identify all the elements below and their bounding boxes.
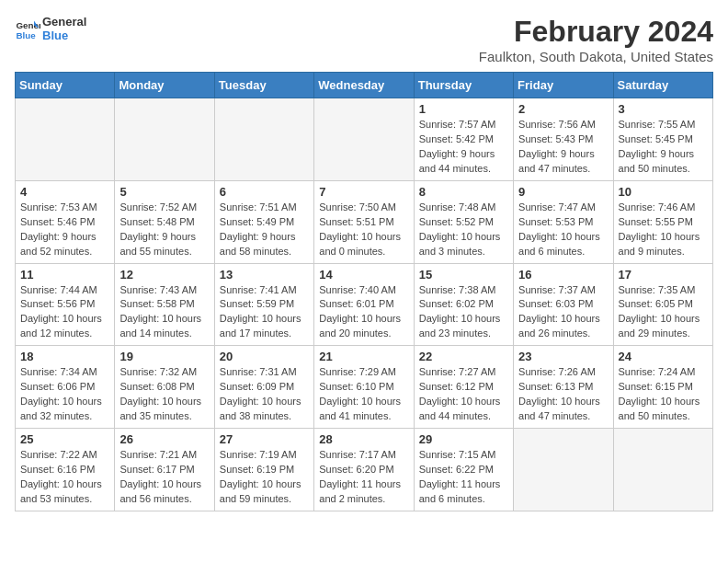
location: Faulkton, South Dakota, United States — [479, 49, 713, 64]
day-header-thursday: Thursday — [414, 73, 513, 98]
day-header-monday: Monday — [115, 73, 214, 98]
calendar-cell: 6Sunrise: 7:51 AMSunset: 5:49 PMDaylight… — [214, 180, 313, 263]
calendar-cell: 5Sunrise: 7:52 AMSunset: 5:48 PMDaylight… — [115, 180, 214, 263]
calendar-cell: 7Sunrise: 7:50 AMSunset: 5:51 PMDaylight… — [314, 180, 414, 263]
week-row-2: 4Sunrise: 7:53 AMSunset: 5:46 PMDaylight… — [16, 180, 713, 263]
day-number: 9 — [518, 185, 608, 199]
day-number: 6 — [220, 185, 309, 199]
day-number: 29 — [419, 432, 508, 446]
day-info: Sunrise: 7:43 AMSunset: 5:58 PMDaylight:… — [119, 283, 209, 342]
day-number: 21 — [319, 350, 408, 363]
calendar-cell: 10Sunrise: 7:46 AMSunset: 5:55 PMDayligh… — [613, 180, 712, 263]
calendar-cell: 11Sunrise: 7:44 AMSunset: 5:56 PMDayligh… — [16, 263, 115, 346]
week-row-5: 25Sunrise: 7:22 AMSunset: 6:16 PMDayligh… — [16, 429, 713, 511]
calendar-cell: 28Sunrise: 7:17 AMSunset: 6:20 PMDayligh… — [314, 429, 414, 511]
calendar-cell: 3Sunrise: 7:55 AMSunset: 5:45 PMDaylight… — [613, 98, 712, 181]
day-number: 7 — [319, 185, 408, 199]
calendar-cell — [314, 98, 414, 181]
day-number: 14 — [319, 268, 408, 282]
week-row-4: 18Sunrise: 7:34 AMSunset: 6:06 PMDayligh… — [16, 346, 713, 429]
calendar-cell: 22Sunrise: 7:27 AMSunset: 6:12 PMDayligh… — [414, 346, 513, 429]
day-number: 11 — [20, 268, 109, 282]
logo-icon: General Blue — [15, 16, 40, 41]
calendar-cell: 18Sunrise: 7:34 AMSunset: 6:06 PMDayligh… — [16, 346, 115, 429]
day-header-wednesday: Wednesday — [314, 73, 414, 98]
calendar-cell — [16, 98, 115, 181]
calendar-cell — [613, 429, 712, 511]
calendar-cell: 29Sunrise: 7:15 AMSunset: 6:22 PMDayligh… — [414, 429, 513, 511]
month-year: February 2024 — [479, 15, 713, 49]
day-number: 22 — [419, 350, 508, 363]
day-info: Sunrise: 7:24 AMSunset: 6:15 PMDaylight:… — [619, 365, 708, 424]
calendar-cell: 1Sunrise: 7:57 AMSunset: 5:42 PMDaylight… — [414, 98, 513, 181]
week-row-1: 1Sunrise: 7:57 AMSunset: 5:42 PMDaylight… — [16, 98, 713, 181]
day-number: 25 — [20, 432, 109, 446]
week-row-3: 11Sunrise: 7:44 AMSunset: 5:56 PMDayligh… — [16, 263, 713, 346]
day-info: Sunrise: 7:57 AMSunset: 5:42 PMDaylight:… — [419, 118, 508, 177]
day-info: Sunrise: 7:47 AMSunset: 5:53 PMDaylight:… — [518, 201, 608, 259]
day-number: 1 — [419, 102, 508, 116]
day-info: Sunrise: 7:51 AMSunset: 5:49 PMDaylight:… — [220, 201, 309, 259]
day-number: 5 — [119, 185, 209, 199]
day-header-tuesday: Tuesday — [214, 73, 313, 98]
day-info: Sunrise: 7:53 AMSunset: 5:46 PMDaylight:… — [20, 201, 109, 259]
day-info: Sunrise: 7:50 AMSunset: 5:51 PMDaylight:… — [319, 201, 408, 259]
calendar-cell — [514, 429, 613, 511]
calendar-header-row: SundayMondayTuesdayWednesdayThursdayFrid… — [16, 73, 713, 98]
day-info: Sunrise: 7:44 AMSunset: 5:56 PMDaylight:… — [20, 283, 109, 342]
calendar-cell: 14Sunrise: 7:40 AMSunset: 6:01 PMDayligh… — [314, 263, 414, 346]
day-info: Sunrise: 7:17 AMSunset: 6:20 PMDaylight:… — [319, 448, 408, 507]
calendar-table: SundayMondayTuesdayWednesdayThursdayFrid… — [15, 72, 713, 511]
svg-text:Blue: Blue — [16, 30, 36, 40]
day-info: Sunrise: 7:31 AMSunset: 6:09 PMDaylight:… — [220, 365, 309, 424]
calendar-cell: 8Sunrise: 7:48 AMSunset: 5:52 PMDaylight… — [414, 180, 513, 263]
day-number: 13 — [220, 268, 309, 282]
calendar-cell: 4Sunrise: 7:53 AMSunset: 5:46 PMDaylight… — [16, 180, 115, 263]
day-info: Sunrise: 7:26 AMSunset: 6:13 PMDaylight:… — [518, 365, 608, 424]
day-info: Sunrise: 7:38 AMSunset: 6:02 PMDaylight:… — [419, 283, 508, 342]
day-info: Sunrise: 7:21 AMSunset: 6:17 PMDaylight:… — [119, 448, 209, 507]
day-info: Sunrise: 7:37 AMSunset: 6:03 PMDaylight:… — [518, 283, 608, 342]
day-info: Sunrise: 7:22 AMSunset: 6:16 PMDaylight:… — [20, 448, 109, 507]
logo: General Blue General Blue — [15, 15, 86, 42]
calendar-cell: 17Sunrise: 7:35 AMSunset: 6:05 PMDayligh… — [613, 263, 712, 346]
calendar-cell: 19Sunrise: 7:32 AMSunset: 6:08 PMDayligh… — [115, 346, 214, 429]
day-info: Sunrise: 7:34 AMSunset: 6:06 PMDaylight:… — [20, 365, 109, 424]
day-info: Sunrise: 7:40 AMSunset: 6:01 PMDaylight:… — [319, 283, 408, 342]
day-number: 28 — [319, 432, 408, 446]
calendar-cell — [214, 98, 313, 181]
day-info: Sunrise: 7:29 AMSunset: 6:10 PMDaylight:… — [319, 365, 408, 424]
day-info: Sunrise: 7:32 AMSunset: 6:08 PMDaylight:… — [119, 365, 209, 424]
day-number: 24 — [619, 350, 708, 363]
day-info: Sunrise: 7:19 AMSunset: 6:19 PMDaylight:… — [220, 448, 309, 507]
day-number: 12 — [119, 268, 209, 282]
day-header-friday: Friday — [514, 73, 613, 98]
calendar-cell: 25Sunrise: 7:22 AMSunset: 6:16 PMDayligh… — [16, 429, 115, 511]
calendar-cell: 24Sunrise: 7:24 AMSunset: 6:15 PMDayligh… — [613, 346, 712, 429]
logo-line1: General — [42, 15, 86, 29]
day-number: 8 — [419, 185, 508, 199]
calendar-cell: 2Sunrise: 7:56 AMSunset: 5:43 PMDaylight… — [514, 98, 613, 181]
day-number: 23 — [518, 350, 608, 363]
day-number: 3 — [619, 102, 708, 116]
calendar-cell — [115, 98, 214, 181]
day-header-sunday: Sunday — [16, 73, 115, 98]
day-number: 15 — [419, 268, 508, 282]
day-info: Sunrise: 7:48 AMSunset: 5:52 PMDaylight:… — [419, 201, 508, 259]
calendar-cell: 26Sunrise: 7:21 AMSunset: 6:17 PMDayligh… — [115, 429, 214, 511]
day-number: 17 — [619, 268, 708, 282]
day-info: Sunrise: 7:27 AMSunset: 6:12 PMDaylight:… — [419, 365, 508, 424]
day-info: Sunrise: 7:35 AMSunset: 6:05 PMDaylight:… — [619, 283, 708, 342]
day-number: 26 — [119, 432, 209, 446]
calendar-cell: 20Sunrise: 7:31 AMSunset: 6:09 PMDayligh… — [214, 346, 313, 429]
day-info: Sunrise: 7:56 AMSunset: 5:43 PMDaylight:… — [518, 118, 608, 177]
day-header-saturday: Saturday — [613, 73, 712, 98]
day-info: Sunrise: 7:46 AMSunset: 5:55 PMDaylight:… — [619, 201, 708, 259]
calendar-cell: 12Sunrise: 7:43 AMSunset: 5:58 PMDayligh… — [115, 263, 214, 346]
page-header: General Blue General Blue February 2024 … — [15, 15, 713, 64]
calendar-cell: 15Sunrise: 7:38 AMSunset: 6:02 PMDayligh… — [414, 263, 513, 346]
calendar-cell: 13Sunrise: 7:41 AMSunset: 5:59 PMDayligh… — [214, 263, 313, 346]
calendar-cell: 27Sunrise: 7:19 AMSunset: 6:19 PMDayligh… — [214, 429, 313, 511]
day-number: 10 — [619, 185, 708, 199]
day-info: Sunrise: 7:55 AMSunset: 5:45 PMDaylight:… — [619, 118, 708, 177]
